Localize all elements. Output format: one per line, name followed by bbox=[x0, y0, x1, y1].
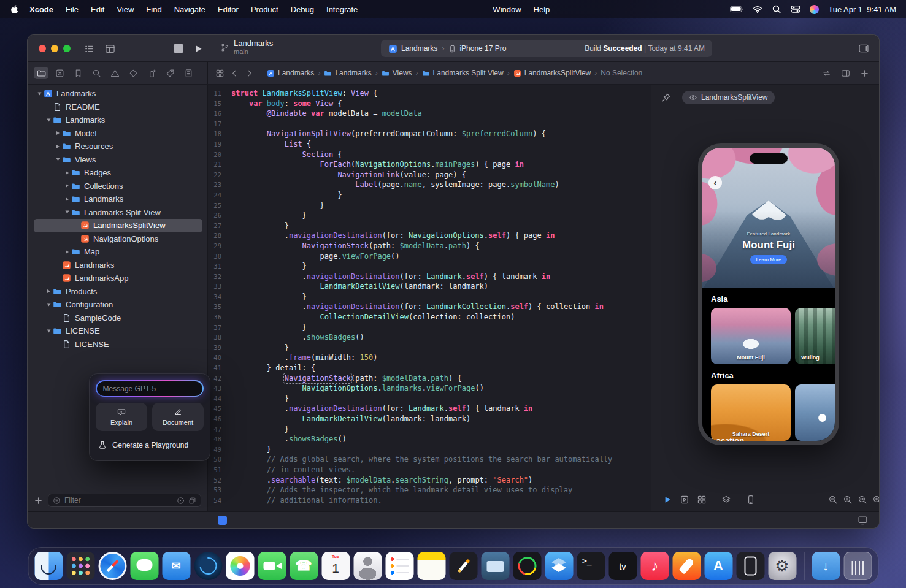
dock-mirroring-icon[interactable] bbox=[736, 552, 764, 580]
back-icon[interactable] bbox=[230, 69, 239, 78]
code-line[interactable]: 37 } bbox=[208, 323, 651, 333]
preview-target-pill[interactable]: LandmarksSplitView bbox=[682, 91, 775, 104]
code-line[interactable]: 38 .showsBadges() bbox=[208, 332, 651, 343]
spotlight-search-icon[interactable] bbox=[772, 4, 781, 14]
zoom-button[interactable] bbox=[63, 45, 71, 52]
disclosure-icon[interactable] bbox=[63, 210, 71, 214]
menu-editor[interactable]: Editor bbox=[212, 5, 245, 14]
disclosure-icon[interactable] bbox=[44, 329, 53, 333]
battery-icon[interactable] bbox=[729, 4, 743, 14]
tree-item-views[interactable]: Views bbox=[34, 153, 202, 167]
navigator-tab-boxx[interactable] bbox=[52, 67, 67, 79]
navigator-toggle-icon[interactable] bbox=[84, 44, 94, 54]
code-line[interactable]: 33 LandmarkDetailView(landmark: landmark… bbox=[208, 281, 651, 292]
preview-card-serengeti[interactable] bbox=[795, 384, 835, 441]
tree-item-landmarks[interactable]: Landmarks bbox=[34, 113, 202, 127]
dock-gauge-icon[interactable] bbox=[513, 552, 541, 580]
disclosure-icon[interactable] bbox=[63, 171, 71, 175]
apple-menu-icon[interactable] bbox=[10, 4, 20, 14]
disclosure-icon[interactable] bbox=[63, 184, 71, 188]
dock-files-icon[interactable] bbox=[481, 552, 509, 580]
dock-music-icon[interactable]: ♪ bbox=[640, 552, 669, 580]
menu-find[interactable]: Find bbox=[140, 5, 167, 14]
menu-view[interactable]: View bbox=[110, 5, 140, 14]
menu-file[interactable]: File bbox=[60, 5, 85, 14]
code-line[interactable]: 31 } bbox=[208, 261, 651, 272]
breadcrumb-landmarks-split-view[interactable]: Landmarks Split View bbox=[422, 69, 504, 77]
filter-input[interactable]: Filter bbox=[48, 494, 201, 507]
breadcrumb-landmarks[interactable]: Landmarks bbox=[267, 69, 314, 77]
code-line[interactable]: 15 var body: some View { bbox=[208, 99, 651, 109]
code-line[interactable]: 42 NavigationStack(path: $modelData.path… bbox=[208, 373, 651, 384]
dock-reminders-icon[interactable] bbox=[385, 552, 413, 580]
add-file-icon[interactable] bbox=[34, 496, 43, 505]
menu-navigate[interactable]: Navigate bbox=[168, 5, 212, 14]
document-button[interactable]: Document bbox=[152, 403, 204, 431]
disclosure-icon[interactable] bbox=[53, 145, 62, 148]
dock-messages-icon[interactable] bbox=[130, 552, 158, 580]
grid-icon[interactable] bbox=[697, 495, 707, 505]
phoneic-icon[interactable] bbox=[746, 495, 756, 505]
display-icon[interactable] bbox=[858, 515, 868, 525]
menu-integrate[interactable]: Integrate bbox=[320, 5, 364, 14]
navigator-tab-report[interactable] bbox=[181, 67, 196, 79]
navigator-tab-search[interactable] bbox=[89, 67, 104, 79]
code-line[interactable]: 45 .navigationDestination(for: Landmark.… bbox=[208, 403, 651, 414]
preview-card-mount-fuji[interactable]: Mount Fuji bbox=[711, 308, 791, 364]
related-items-icon[interactable] bbox=[215, 69, 225, 78]
menu-xcode[interactable]: Xcode bbox=[23, 5, 60, 14]
add-editor-icon[interactable] bbox=[860, 69, 869, 78]
code-line[interactable]: 24 } bbox=[208, 190, 651, 200]
preview-card-sahara-desert[interactable]: Sahara Desert bbox=[711, 384, 791, 441]
breadcrumb-no-selection[interactable]: No Selection bbox=[601, 69, 642, 77]
siri-icon[interactable] bbox=[810, 5, 819, 14]
disclosure-icon[interactable] bbox=[53, 158, 62, 161]
navigator-tab-folderO[interactable] bbox=[34, 67, 48, 79]
code-line[interactable]: 39 } bbox=[208, 343, 651, 353]
code-line[interactable]: 30 page.viewForPage() bbox=[208, 251, 651, 262]
code-line[interactable]: 22 NavigationLink(value: page) { bbox=[208, 170, 651, 180]
menu-edit[interactable]: Edit bbox=[85, 5, 110, 14]
dock-contacts-icon[interactable] bbox=[353, 552, 382, 580]
dock-photos-icon[interactable] bbox=[226, 552, 254, 580]
dock-phone-icon[interactable]: ☎ bbox=[290, 552, 318, 580]
play-icon[interactable] bbox=[662, 495, 672, 505]
breadcrumb-landmarkssplitview[interactable]: LandmarksSplitView bbox=[513, 69, 591, 77]
code-line[interactable]: 17 bbox=[208, 119, 651, 129]
zoomout-icon[interactable] bbox=[828, 495, 838, 505]
code-line[interactable]: 28 .navigationDestination(for: Navigatio… bbox=[208, 231, 651, 241]
iphone-screen[interactable]: Featured Landmark Mount Fuji Learn More … bbox=[702, 148, 835, 441]
code-line[interactable]: 41 } detail: { bbox=[208, 363, 651, 373]
dock-stacks-icon[interactable] bbox=[545, 552, 573, 580]
code-line[interactable]: 35 .navigationDestination(for: LandmarkC… bbox=[208, 302, 651, 312]
code-editor[interactable]: 11struct LandmarksSplitView: View {15 va… bbox=[208, 85, 651, 511]
code-line[interactable]: 36 CollectionDetailView(collection: coll… bbox=[208, 312, 651, 323]
code-line[interactable]: 43 NavigationOptions.landmarks.viewForPa… bbox=[208, 383, 651, 394]
code-line[interactable]: 23 Label(page.name, systemImage: page.sy… bbox=[208, 180, 651, 190]
code-line[interactable]: 18 NavigationSplitView(preferredCompactC… bbox=[208, 129, 651, 139]
tree-item-license[interactable]: LICENSE bbox=[34, 338, 202, 351]
tree-item-landmarks-split-view[interactable]: Landmarks Split View bbox=[34, 206, 202, 220]
stack-icon[interactable] bbox=[721, 495, 731, 505]
code-line[interactable]: 44 } bbox=[208, 394, 651, 404]
minimize-button[interactable] bbox=[51, 45, 58, 52]
inspector-toggle-icon[interactable] bbox=[858, 43, 869, 54]
code-line[interactable]: 52 .searchable(text: $modelData.searchSt… bbox=[208, 475, 651, 486]
breadcrumb-views[interactable]: Views bbox=[382, 69, 412, 77]
scm-status[interactable]: Landmarks main bbox=[220, 39, 273, 56]
disclosure-icon[interactable] bbox=[44, 303, 53, 307]
code-line[interactable]: 49 } bbox=[208, 445, 651, 455]
code-line[interactable]: 48 .showsBadges() bbox=[208, 434, 651, 445]
preview-card-wuling[interactable]: Wuling bbox=[795, 308, 835, 364]
tree-item-navigationoptions[interactable]: NavigationOptions bbox=[34, 232, 202, 246]
code-line[interactable]: 50 // Adds global search, where the syst… bbox=[208, 454, 651, 465]
code-line[interactable]: 47 } bbox=[208, 424, 651, 435]
menu-window[interactable]: Window bbox=[486, 5, 527, 14]
run-button[interactable] bbox=[193, 44, 204, 54]
dock-tv-icon[interactable]: tv bbox=[608, 552, 637, 580]
dock-terminal-icon[interactable]: >_ bbox=[577, 552, 605, 580]
code-line[interactable]: 51 // in content views. bbox=[208, 465, 651, 475]
code-line[interactable]: 25 } bbox=[208, 200, 651, 211]
code-line[interactable]: 26 } bbox=[208, 210, 651, 221]
navigator-tab-tag[interactable] bbox=[163, 67, 177, 79]
